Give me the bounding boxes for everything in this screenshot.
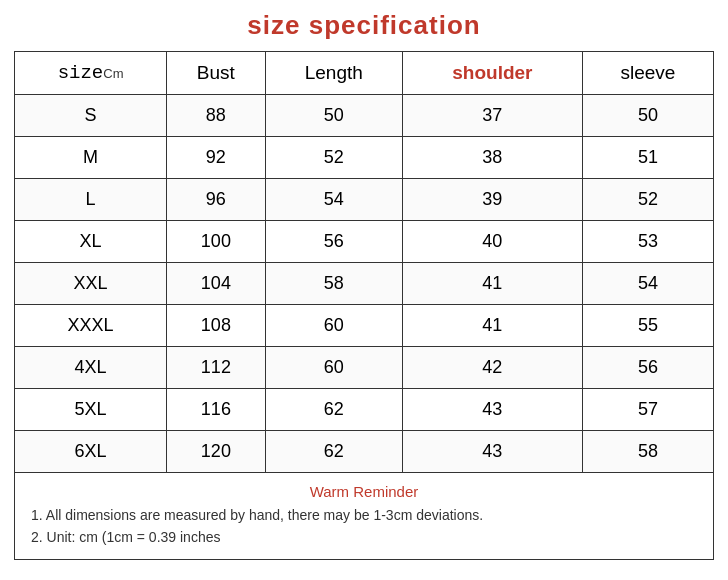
table-row: XXL104584154 (15, 263, 714, 305)
cell-sleeve: 53 (582, 221, 713, 263)
cell-shoulder: 40 (402, 221, 582, 263)
footer-note2: 2. Unit: cm (1cm = 0.39 inches (31, 526, 697, 548)
table-row: S88503750 (15, 95, 714, 137)
table-row: L96543952 (15, 179, 714, 221)
cell-bust: 112 (167, 347, 265, 389)
table-row: XL100564053 (15, 221, 714, 263)
cell-sleeve: 50 (582, 95, 713, 137)
header-bust: Bust (167, 52, 265, 95)
cell-length: 60 (265, 347, 402, 389)
cell-length: 54 (265, 179, 402, 221)
footer-note1: 1. All dimensions are measured by hand, … (31, 504, 697, 526)
cell-sleeve: 51 (582, 137, 713, 179)
cell-size: XXL (15, 263, 167, 305)
cell-size: M (15, 137, 167, 179)
cell-sleeve: 52 (582, 179, 713, 221)
cell-length: 52 (265, 137, 402, 179)
cell-length: 60 (265, 305, 402, 347)
cell-bust: 100 (167, 221, 265, 263)
page-title: size specification (14, 10, 714, 41)
cell-sleeve: 58 (582, 431, 713, 473)
cell-shoulder: 41 (402, 263, 582, 305)
cell-shoulder: 42 (402, 347, 582, 389)
table-row: 6XL120624358 (15, 431, 714, 473)
cell-sleeve: 57 (582, 389, 713, 431)
cell-bust: 88 (167, 95, 265, 137)
cell-sleeve: 56 (582, 347, 713, 389)
cell-sleeve: 55 (582, 305, 713, 347)
cell-size: 4XL (15, 347, 167, 389)
table-row: XXXL108604155 (15, 305, 714, 347)
cell-shoulder: 38 (402, 137, 582, 179)
cell-bust: 92 (167, 137, 265, 179)
header-size: size Cm (15, 52, 167, 95)
cell-shoulder: 39 (402, 179, 582, 221)
cell-size: XL (15, 221, 167, 263)
cell-bust: 96 (167, 179, 265, 221)
cell-sleeve: 54 (582, 263, 713, 305)
cell-size: 5XL (15, 389, 167, 431)
header-sleeve: sleeve (582, 52, 713, 95)
cell-length: 56 (265, 221, 402, 263)
cell-length: 62 (265, 389, 402, 431)
cell-bust: 116 (167, 389, 265, 431)
cell-shoulder: 41 (402, 305, 582, 347)
table-row: 4XL112604256 (15, 347, 714, 389)
main-container: size specification size Cm Bust Length s… (0, 0, 728, 570)
cell-shoulder: 37 (402, 95, 582, 137)
cell-size: XXXL (15, 305, 167, 347)
cell-size: 6XL (15, 431, 167, 473)
header-length: Length (265, 52, 402, 95)
warm-reminder-label: Warm Reminder (31, 483, 697, 500)
header-shoulder: shoulder (402, 52, 582, 95)
cell-bust: 120 (167, 431, 265, 473)
cell-length: 50 (265, 95, 402, 137)
cell-shoulder: 43 (402, 389, 582, 431)
cell-bust: 104 (167, 263, 265, 305)
footer-section: Warm Reminder 1. All dimensions are meas… (14, 473, 714, 560)
table-row: 5XL116624357 (15, 389, 714, 431)
cell-size: L (15, 179, 167, 221)
cell-length: 58 (265, 263, 402, 305)
size-table: size Cm Bust Length shoulder sleeve S885… (14, 51, 714, 473)
cell-size: S (15, 95, 167, 137)
cell-length: 62 (265, 431, 402, 473)
cell-shoulder: 43 (402, 431, 582, 473)
table-row: M92523851 (15, 137, 714, 179)
cell-bust: 108 (167, 305, 265, 347)
